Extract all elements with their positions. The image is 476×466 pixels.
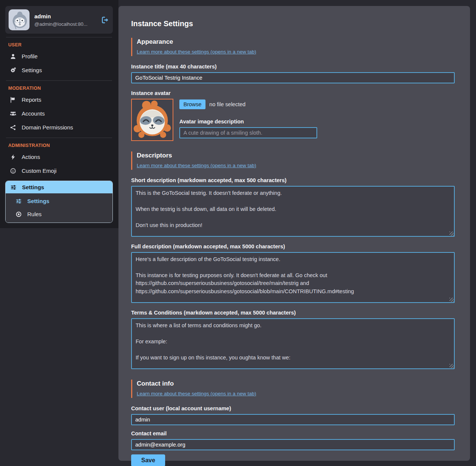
contact-email-input[interactable] bbox=[131, 439, 455, 450]
instance-title-label: Instance title (max 40 characters) bbox=[131, 64, 455, 70]
instance-avatar-label: Instance avatar bbox=[131, 90, 455, 96]
contact-heading: Contact info bbox=[137, 380, 455, 387]
sidebar-item-admin-settings-settings[interactable]: Settings bbox=[6, 194, 112, 208]
contact-section-header: Contact info Learn more about these sett… bbox=[131, 380, 455, 398]
contact-learn-more-link[interactable]: Learn more about these settings (opens i… bbox=[137, 391, 256, 396]
sidebar-item-label: Reports bbox=[22, 96, 41, 103]
sidebar-section-moderation: MODERATION bbox=[8, 86, 113, 91]
sidebar-item-accounts[interactable]: Accounts bbox=[5, 107, 113, 120]
sliders-icon bbox=[15, 198, 22, 204]
browse-button[interactable]: Browse bbox=[179, 99, 205, 109]
flag-icon bbox=[10, 97, 16, 103]
instance-title-field: Instance title (max 40 characters) bbox=[131, 64, 455, 83]
sidebar-item-label: Settings bbox=[22, 184, 44, 190]
user-avatar bbox=[9, 9, 30, 30]
smile-icon bbox=[10, 168, 16, 174]
instance-avatar-image bbox=[131, 99, 173, 141]
sidebar-item-admin-settings[interactable]: Settings bbox=[6, 181, 112, 193]
contact-user-label: Contact user (local account username) bbox=[131, 405, 455, 411]
descriptors-section-header: Descriptors Learn more about these setti… bbox=[131, 151, 455, 170]
descriptors-learn-more-link[interactable]: Learn more about these settings (opens i… bbox=[137, 163, 256, 168]
sidebar-section-administration: ADMINISTRATION bbox=[8, 143, 113, 148]
sliders-icon bbox=[10, 184, 17, 190]
terms-textarea[interactable]: This is where a list of terms and condit… bbox=[131, 318, 455, 369]
file-status-text: no file selected bbox=[209, 101, 245, 107]
sidebar-item-label: Custom Emoji bbox=[22, 168, 56, 174]
divider bbox=[6, 37, 112, 37]
contact-email-field: Contact email bbox=[131, 430, 455, 450]
terms-label: Terms & Conditions (markdown accepted, m… bbox=[131, 310, 455, 316]
bolt-icon bbox=[10, 154, 16, 160]
descriptors-heading: Descriptors bbox=[137, 152, 455, 159]
short-description-label: Short description (markdown accepted, ma… bbox=[131, 177, 455, 183]
sidebar-item-domain-permissions[interactable]: Domain Permissions bbox=[5, 120, 113, 134]
gears-icon bbox=[10, 67, 16, 73]
sidebar-item-label: Rules bbox=[27, 211, 41, 217]
short-description-textarea[interactable]: This is the GoToSocial testrig. It doesn… bbox=[131, 186, 455, 237]
terms-field: Terms & Conditions (markdown accepted, m… bbox=[131, 310, 455, 369]
sidebar-item-profile[interactable]: Profile bbox=[5, 49, 113, 63]
user-handle: @admin@localhost:80... bbox=[34, 21, 87, 27]
full-description-textarea[interactable]: Here's a fuller description of the GoToS… bbox=[131, 252, 455, 303]
sidebar: admin @admin@localhost:80... USER Profil… bbox=[0, 0, 118, 228]
user-name: admin bbox=[34, 13, 87, 19]
sidebar-item-reports[interactable]: Reports bbox=[5, 93, 113, 107]
user-meta: admin @admin@localhost:80... bbox=[34, 13, 87, 27]
sidebar-item-custom-emoji[interactable]: Custom Emoji bbox=[5, 164, 113, 178]
appearance-learn-more-link[interactable]: Learn more about these settings (opens i… bbox=[137, 49, 256, 55]
save-button[interactable]: Save bbox=[131, 454, 165, 466]
share-nodes-icon bbox=[10, 125, 16, 131]
contact-user-input[interactable] bbox=[131, 414, 455, 425]
sidebar-item-label: Profile bbox=[22, 53, 38, 59]
instance-title-input[interactable] bbox=[131, 72, 455, 83]
avatar-description-input[interactable] bbox=[179, 127, 317, 138]
sidebar-section-user: USER bbox=[8, 42, 113, 47]
sidebar-item-label: Accounts bbox=[22, 110, 45, 117]
sidebar-item-actions[interactable]: Actions bbox=[5, 150, 113, 164]
settings-menu-group: Settings Settings bbox=[5, 181, 113, 223]
contact-email-label: Contact email bbox=[131, 430, 455, 436]
sidebar-item-user-settings[interactable]: Settings bbox=[5, 63, 113, 77]
settings-submenu: Settings Rules bbox=[6, 193, 112, 223]
page-title: Instance Settings bbox=[131, 19, 455, 28]
users-icon bbox=[10, 111, 16, 117]
sidebar-item-label: Domain Permissions bbox=[22, 124, 73, 131]
avatar-description-label: Avatar image description bbox=[179, 119, 455, 125]
full-description-label: Full description (markdown accepted, max… bbox=[131, 243, 455, 249]
appearance-heading: Appearance bbox=[137, 38, 455, 46]
instance-settings-panel: Instance Settings Appearance Learn more … bbox=[118, 6, 470, 461]
sidebar-item-label: Actions bbox=[22, 154, 40, 160]
divider bbox=[6, 138, 112, 138]
user-card[interactable]: admin @admin@localhost:80... bbox=[5, 6, 113, 34]
logout-icon[interactable] bbox=[101, 16, 109, 24]
instance-avatar-field: Instance avatar bbox=[131, 90, 455, 141]
divider bbox=[6, 80, 112, 81]
user-icon bbox=[10, 53, 16, 59]
appearance-section-header: Appearance Learn more about these settin… bbox=[131, 38, 455, 56]
sidebar-item-label: Settings bbox=[22, 67, 42, 73]
full-description-field: Full description (markdown accepted, max… bbox=[131, 243, 455, 303]
contact-user-field: Contact user (local account username) bbox=[131, 405, 455, 425]
dot-circle-icon bbox=[15, 211, 22, 217]
short-description-field: Short description (markdown accepted, ma… bbox=[131, 177, 455, 237]
sidebar-item-label: Settings bbox=[27, 198, 49, 204]
sidebar-item-rules[interactable]: Rules bbox=[6, 208, 112, 221]
